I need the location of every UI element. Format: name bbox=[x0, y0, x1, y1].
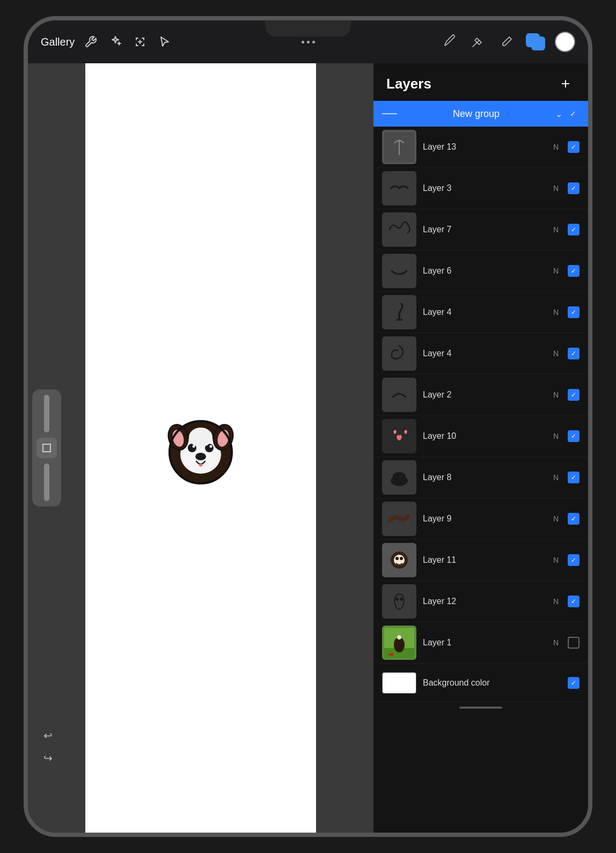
layer-6-mode: N bbox=[551, 267, 561, 275]
new-group-check[interactable]: ✓ bbox=[567, 107, 580, 120]
layer-2-name: Layer 2 bbox=[423, 390, 544, 400]
layer-6-thumb bbox=[382, 254, 416, 288]
svg-point-32 bbox=[394, 555, 405, 565]
layer-row[interactable]: Layer 4 N ✓ bbox=[373, 333, 588, 374]
svg-point-36 bbox=[395, 598, 399, 601]
layer-row[interactable]: Layer 9 N ✓ bbox=[373, 498, 588, 540]
undo-button[interactable]: ↩ bbox=[38, 725, 58, 746]
layer-3-name: Layer 3 bbox=[423, 183, 544, 193]
side-toolbar bbox=[32, 389, 61, 506]
layer-10-checkbox[interactable]: ✓ bbox=[568, 430, 580, 442]
layer-2-checkbox[interactable]: ✓ bbox=[568, 389, 580, 401]
layer-7-checkbox[interactable]: ✓ bbox=[568, 224, 580, 236]
wrench-tool[interactable] bbox=[82, 33, 99, 50]
layer-row[interactable]: Layer 10 N ✓ bbox=[373, 416, 588, 457]
svg-rect-24 bbox=[384, 380, 414, 410]
brush-size-slider[interactable] bbox=[44, 395, 49, 432]
layer-4a-thumb bbox=[382, 295, 416, 329]
canvas-area[interactable]: ↩ ↪ bbox=[28, 63, 373, 833]
svg-point-33 bbox=[395, 557, 399, 560]
eraser-tool[interactable] bbox=[497, 32, 516, 52]
ipad-device: Gallery bbox=[24, 16, 592, 837]
transform-tool[interactable] bbox=[131, 33, 149, 50]
layer-row[interactable]: Layer 2 N ✓ bbox=[373, 374, 588, 416]
layers-panel: Layers + New group ⌄ ✓ Layer 13 N ✓ bbox=[373, 63, 588, 833]
layer-8-mode: N bbox=[551, 473, 561, 482]
toolbar-center bbox=[302, 41, 315, 43]
layer-1-checkbox[interactable] bbox=[568, 637, 580, 649]
layer-10-mode: N bbox=[551, 432, 561, 440]
layer-12-name: Layer 12 bbox=[423, 597, 544, 606]
layer-11-checkbox[interactable]: ✓ bbox=[568, 554, 580, 566]
new-group-row[interactable]: New group ⌄ ✓ bbox=[373, 101, 588, 127]
layer-13-checkbox[interactable]: ✓ bbox=[568, 141, 580, 153]
layer-7-mode: N bbox=[551, 225, 561, 234]
layer-row[interactable]: Layer 3 N ✓ bbox=[373, 168, 588, 209]
layer-9-thumb bbox=[382, 502, 416, 536]
layer-12-thumb bbox=[382, 584, 416, 619]
svg-point-42 bbox=[397, 635, 401, 639]
layer-4a-checkbox[interactable]: ✓ bbox=[568, 306, 580, 318]
new-group-chevron-icon: ⌄ bbox=[555, 109, 562, 119]
layer-3-mode: N bbox=[551, 184, 561, 193]
background-color-row[interactable]: Background color ✓ bbox=[373, 664, 588, 702]
opacity-slider[interactable] bbox=[44, 464, 49, 501]
layers-header: Layers + bbox=[373, 63, 588, 101]
add-layer-button[interactable]: + bbox=[556, 74, 575, 93]
svg-rect-35 bbox=[384, 586, 414, 616]
layer-row[interactable]: Layer 11 N ✓ bbox=[373, 540, 588, 581]
background-color-name: Background color bbox=[423, 678, 544, 688]
layer-row[interactable]: Layer 12 N ✓ bbox=[373, 581, 588, 622]
more-menu[interactable] bbox=[302, 41, 315, 43]
layer-6-checkbox[interactable]: ✓ bbox=[568, 265, 580, 277]
device-notch bbox=[265, 20, 351, 36]
layer-7-thumb bbox=[382, 212, 416, 247]
layer-row[interactable]: Layer 7 N ✓ bbox=[373, 209, 588, 251]
layer-4a-mode: N bbox=[551, 308, 561, 317]
background-color-thumb bbox=[382, 672, 416, 694]
gallery-button[interactable]: Gallery bbox=[41, 36, 75, 48]
smudge-tool[interactable] bbox=[468, 32, 487, 52]
selection-tool[interactable] bbox=[156, 33, 173, 50]
layer-10-thumb bbox=[382, 419, 416, 453]
brush-tool[interactable] bbox=[439, 32, 458, 52]
layer-row[interactable]: Layer 13 N ✓ bbox=[373, 127, 588, 168]
main-content: ↩ ↪ bbox=[28, 63, 588, 833]
layer-11-name: Layer 11 bbox=[423, 555, 544, 565]
layer-4b-thumb bbox=[382, 336, 416, 371]
layer-1-mode: N bbox=[551, 638, 561, 647]
svg-rect-0 bbox=[43, 444, 50, 452]
layer-8-checkbox[interactable]: ✓ bbox=[568, 472, 580, 483]
layer-9-checkbox[interactable]: ✓ bbox=[568, 513, 580, 525]
color-picker-button[interactable] bbox=[555, 32, 575, 52]
toolbar-right bbox=[324, 32, 576, 52]
layer-3-checkbox[interactable]: ✓ bbox=[568, 182, 580, 194]
layer-1-thumb bbox=[382, 626, 416, 660]
layer-13-name: Layer 13 bbox=[423, 142, 544, 152]
layer-13-mode: N bbox=[551, 143, 561, 151]
svg-point-13 bbox=[210, 445, 212, 448]
layers-button[interactable] bbox=[526, 32, 545, 52]
layers-title: Layers bbox=[386, 76, 431, 92]
redo-button[interactable]: ↪ bbox=[38, 748, 58, 768]
svg-point-37 bbox=[400, 598, 403, 601]
svg-point-34 bbox=[400, 557, 403, 560]
layer-row[interactable]: Layer 1 N bbox=[373, 622, 588, 664]
canvas-paper[interactable] bbox=[85, 63, 316, 833]
layer-row[interactable]: Layer 6 N ✓ bbox=[373, 251, 588, 292]
layer-2-thumb bbox=[382, 378, 416, 412]
magic-wand-tool[interactable] bbox=[107, 33, 124, 50]
layer-row[interactable]: Layer 8 N ✓ bbox=[373, 457, 588, 498]
dot1 bbox=[302, 41, 304, 43]
dog-illustration bbox=[158, 405, 244, 491]
layer-6-name: Layer 6 bbox=[423, 266, 544, 276]
group-line-indicator bbox=[382, 113, 397, 114]
square-tool-btn[interactable] bbox=[36, 438, 57, 458]
layer-4b-checkbox[interactable]: ✓ bbox=[568, 348, 580, 359]
layer-12-checkbox[interactable]: ✓ bbox=[568, 595, 580, 607]
layer-12-mode: N bbox=[551, 597, 561, 606]
background-checkbox[interactable]: ✓ bbox=[568, 677, 580, 689]
layer-8-thumb bbox=[382, 460, 416, 495]
layer-row[interactable]: Layer 4 N ✓ bbox=[373, 292, 588, 333]
layer-1-name: Layer 1 bbox=[423, 638, 544, 648]
